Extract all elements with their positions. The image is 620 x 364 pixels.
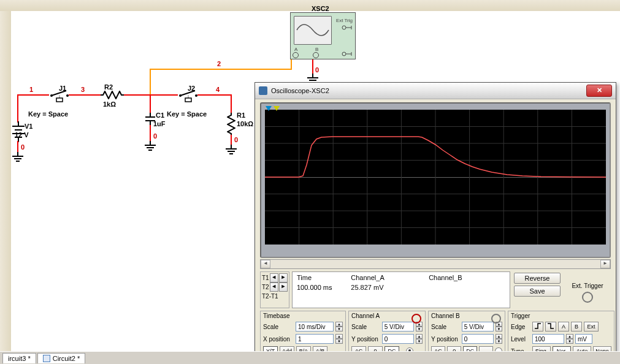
readout-buttons: Reverse Save: [513, 271, 562, 308]
t2-right-button[interactable]: ►: [279, 282, 288, 292]
oscilloscope-instrument[interactable]: Ext Trig A B: [290, 12, 356, 59]
trigger-ext-button[interactable]: Ext: [584, 322, 599, 332]
chb-scale-input[interactable]: [462, 322, 494, 332]
ground-symbol: [12, 152, 24, 161]
save-button[interactable]: Save: [514, 286, 561, 297]
svg-point-23: [342, 52, 346, 56]
scroll-right-button[interactable]: ►: [600, 260, 610, 268]
cursor-controls: T1◄► T2◄► T2-T1: [260, 271, 289, 308]
scope-scrollbar[interactable]: ◄ ►: [260, 259, 611, 269]
document-tabs: ircuit3 * Circuit2 *: [0, 351, 620, 364]
wire: [291, 59, 292, 70]
oscilloscope-window[interactable]: Oscilloscope-XSC2 ✕ /*grid drawn below b…: [255, 82, 616, 360]
net-label: 3: [81, 86, 85, 93]
timebase-group: Timebase Scale▲▼ X position▲▼ Y/T Add B/…: [260, 311, 346, 356]
trigger-level-spinner[interactable]: ▲▼: [566, 334, 573, 344]
resistor-r2[interactable]: [101, 91, 123, 100]
chan-b-pin[interactable]: [313, 52, 319, 58]
read-time: 100.000 ms: [296, 283, 350, 292]
j1-key: Key = Space: [28, 110, 68, 118]
tb-xpos-input[interactable]: [296, 334, 334, 344]
svg-point-7: [66, 94, 69, 97]
chb-ypos-spinner[interactable]: ▲▼: [496, 334, 502, 344]
scope-screen[interactable]: /*grid drawn below by JS too tiny*/: [265, 110, 606, 245]
edge-rise-button[interactable]: [532, 322, 543, 332]
cha-ypos-input[interactable]: [382, 334, 414, 344]
t2-label: T2: [262, 284, 269, 290]
cha-jack[interactable]: [411, 314, 421, 324]
j2-key: Key = Space: [167, 110, 207, 118]
net-label: 0: [315, 66, 319, 74]
close-button[interactable]: ✕: [586, 85, 612, 97]
ext-trigger-label: Ext. Trigger: [572, 282, 603, 289]
v1-value: 12 V: [15, 131, 29, 138]
trigger-group: Trigger Edge A B Ext Level▲▼ Type Sing. …: [508, 311, 614, 356]
t2t1-label: T2-T1: [262, 293, 278, 300]
svg-rect-18: [185, 98, 191, 102]
tab-circuit3[interactable]: ircuit3 *: [2, 353, 36, 363]
c1-name: C1: [156, 112, 164, 119]
readout-panel: T1◄► T2◄► T2-T1 TimeChannel_AChannel_B 1…: [260, 271, 611, 308]
trigger-b-button[interactable]: B: [571, 322, 582, 332]
r2-name: R2: [104, 83, 113, 91]
wire: [231, 94, 232, 114]
chb-ypos-label: Y position: [431, 336, 460, 343]
wire: [150, 69, 292, 70]
control-panel: Timebase Scale▲▼ X position▲▼ Y/T Add B/…: [260, 311, 611, 356]
reverse-button[interactable]: Reverse: [514, 273, 561, 284]
osc-titlebar[interactable]: Oscilloscope-XSC2 ✕: [255, 83, 616, 99]
ground-symbol: [307, 74, 319, 82]
resistor-r1[interactable]: [227, 113, 235, 137]
hdr-cha: Channel_A: [350, 273, 428, 282]
wire: [150, 94, 151, 113]
trigger-a-button[interactable]: A: [558, 322, 569, 332]
tb-xpos-label: X position: [263, 336, 294, 343]
wire: [123, 94, 151, 96]
tb-scale-input[interactable]: [296, 322, 334, 332]
chb-jack[interactable]: [491, 314, 501, 324]
wire: [17, 94, 18, 123]
xsc-mini-screen: [294, 16, 332, 45]
chan-a-pin[interactable]: [293, 52, 299, 58]
osc-app-icon: [259, 86, 267, 95]
ext-trig-label: Ext Trig: [336, 18, 353, 23]
cha-scale-input[interactable]: [382, 322, 414, 332]
wire: [150, 125, 151, 141]
trigger-level-label: Level: [511, 336, 530, 343]
channel-a-group: Channel A Scale▲▼ Y position▲▼ AC 0 DC: [348, 311, 426, 356]
trigger-unit-input[interactable]: [575, 334, 592, 344]
t1-left-button[interactable]: ◄: [270, 273, 278, 282]
ext-trig-pin-icon: [340, 24, 353, 31]
r1-name: R1: [237, 112, 245, 119]
ground-symbol: [144, 141, 156, 150]
ruler-vertical: [0, 11, 12, 364]
ext-trigger-jack[interactable]: [582, 292, 593, 303]
svg-rect-9: [56, 98, 63, 102]
r1-value: 10kΩ: [237, 120, 253, 127]
t2-left-button[interactable]: ◄: [270, 282, 278, 292]
chan-a-label: A: [294, 47, 297, 52]
osc-title: Oscilloscope-XSC2: [271, 87, 329, 94]
trigger-level-input[interactable]: [532, 334, 564, 344]
t1-right-button[interactable]: ►: [279, 273, 288, 282]
edge-fall-button[interactable]: [545, 322, 556, 332]
t1-label: T1: [262, 275, 269, 281]
tab-circuit2[interactable]: Circuit2 *: [37, 353, 86, 363]
scroll-left-button[interactable]: ◄: [261, 260, 270, 268]
channel-b-group: Channel B Scale▲▼ Y position▲▼ AC 0 DC -: [428, 311, 505, 356]
wire: [312, 59, 313, 74]
tb-xpos-spinner[interactable]: ▲▼: [335, 334, 343, 344]
net-label: 0: [153, 132, 157, 140]
net-label: 4: [216, 86, 220, 93]
net-label: 1: [29, 86, 33, 93]
chb-ypos-input[interactable]: [462, 334, 494, 344]
readout-values: TimeChannel_AChannel_B 100.000 ms25.827 …: [292, 271, 510, 308]
svg-point-20: [342, 26, 346, 29]
net-label: 0: [234, 136, 238, 143]
cha-ypos-spinner[interactable]: ▲▼: [416, 334, 423, 344]
wire: [150, 94, 178, 96]
c1-value: 1uF: [153, 120, 166, 127]
chb-scale-label: Scale: [431, 324, 460, 330]
tb-scale-spinner[interactable]: ▲▼: [335, 322, 343, 332]
cha-scale-label: Scale: [351, 324, 380, 330]
